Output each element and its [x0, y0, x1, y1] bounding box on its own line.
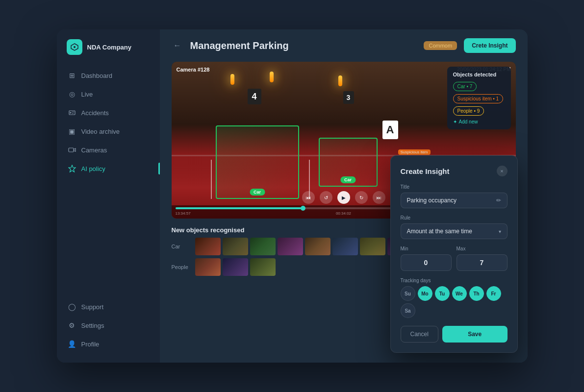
- dashboard-icon: ⊞: [68, 71, 76, 80]
- day-btn-sa[interactable]: Sa: [401, 303, 415, 318]
- sidebar-bottom: ◯ Support ⚙ Settings 👤 Profile: [57, 298, 160, 353]
- rule-field: Rule Amount at the same time ▾: [401, 215, 508, 239]
- day-btn-tu[interactable]: Tu: [435, 286, 450, 301]
- camera-tag: Camera #128: [177, 67, 210, 73]
- thumbnail-7: [360, 238, 385, 255]
- rewind-button[interactable]: ↺: [320, 191, 332, 204]
- sidebar-item-dashboard[interactable]: ⊞ Dashboard: [62, 67, 155, 84]
- play-button[interactable]: ▶: [337, 191, 350, 204]
- object-type-people: People: [172, 264, 191, 270]
- create-insight-modal: Create Insight × Title Parking occupancy…: [390, 155, 518, 353]
- timeline-thumb: [301, 206, 305, 211]
- sidebar-item-ai-policy[interactable]: AI policy: [62, 160, 155, 177]
- object-type-car: Car: [172, 244, 191, 249]
- min-input[interactable]: 0: [401, 254, 452, 271]
- title-input[interactable]: Parking occupancy ✏: [401, 193, 508, 208]
- rule-select[interactable]: Amount at the same time ▾: [401, 223, 508, 239]
- ceiling-light-1: [230, 74, 234, 85]
- skip-forward-button[interactable]: ⏭: [373, 191, 385, 204]
- create-insight-button[interactable]: Crete Insight: [464, 38, 515, 53]
- rule-label: Rule: [401, 215, 508, 220]
- close-icon: ×: [500, 168, 503, 174]
- thumbnail-p1: [195, 258, 221, 276]
- objects-detected-panel: Objects detected Car • 7 Suspicious item…: [447, 67, 511, 129]
- page-title: Management Parking: [190, 40, 417, 51]
- add-new-button[interactable]: ✦ Add new: [453, 119, 505, 124]
- sidebar-label-dashboard: Dashboard: [81, 72, 113, 79]
- modal-title: Create Insight: [401, 167, 450, 175]
- sidebar-label-settings: Settings: [81, 322, 104, 329]
- min-field: Min 0: [401, 246, 452, 271]
- cameras-icon: [68, 146, 76, 154]
- settings-icon: ⚙: [68, 321, 76, 330]
- sidebar-item-video-archive[interactable]: ▣ Video archive: [62, 122, 155, 140]
- day-btn-su[interactable]: Su: [401, 286, 415, 301]
- svg-point-3: [70, 112, 71, 114]
- max-input[interactable]: 7: [457, 254, 508, 271]
- sidebar-label-support: Support: [81, 303, 104, 311]
- max-label: Max: [457, 246, 508, 251]
- sidebar: NDA Company ⊞ Dashboard ◎ Live: [57, 29, 160, 363]
- car-box-1: Car: [216, 125, 299, 199]
- day-btn-th[interactable]: Th: [469, 286, 484, 301]
- save-button[interactable]: Save: [442, 326, 508, 343]
- top-bar: ← Management Parking Commom Crete Insigh…: [160, 29, 528, 62]
- car-label-2: Car: [340, 176, 355, 183]
- max-field: Max 7: [457, 246, 508, 271]
- ceiling-light-2: [270, 72, 274, 82]
- sidebar-item-cameras[interactable]: Cameras: [62, 141, 155, 159]
- sidebar-item-live[interactable]: ◎ Live: [62, 85, 155, 103]
- commom-badge: Commom: [424, 41, 457, 50]
- parking-number-4: 4: [248, 89, 261, 104]
- support-icon: ◯: [68, 302, 76, 311]
- sidebar-label-cameras: Cameras: [81, 147, 107, 154]
- forward-button[interactable]: ↻: [355, 191, 368, 204]
- chevron-down-icon: ▾: [499, 229, 501, 234]
- modal-close-button[interactable]: ×: [497, 166, 508, 176]
- logo-icon: [67, 39, 82, 55]
- title-label: Title: [401, 184, 508, 190]
- timeline-current: 13:34:57: [176, 211, 191, 216]
- svg-point-1: [74, 46, 76, 48]
- parking-letter-a: A: [382, 121, 398, 139]
- sidebar-item-accidents[interactable]: Accidents: [62, 104, 155, 122]
- tag-people: People • 9: [453, 106, 484, 116]
- car-thumbnails: [195, 238, 413, 255]
- modal-actions: Cancel Save: [401, 326, 508, 343]
- sidebar-nav: ⊞ Dashboard ◎ Live Accidents: [57, 67, 160, 298]
- day-btn-mo[interactable]: Mo: [418, 286, 432, 301]
- sidebar-item-support[interactable]: ◯ Support: [62, 298, 155, 316]
- timeline-progress: [176, 207, 304, 209]
- thumbnail-4: [278, 238, 303, 255]
- sidebar-item-profile[interactable]: 👤 Profile: [62, 335, 155, 353]
- objects-detected-title: Objects detected: [453, 72, 505, 77]
- skip-back-button[interactable]: ⏮: [302, 191, 315, 204]
- company-name: NDA Company: [87, 44, 132, 51]
- thumbnail-1: [195, 238, 221, 255]
- profile-icon: 👤: [68, 340, 76, 348]
- thumbnail-2: [223, 238, 248, 255]
- days-row: SuMoTuWeThFrSa: [401, 286, 508, 318]
- thumbnail-3: [250, 238, 276, 255]
- min-label: Min: [401, 246, 452, 251]
- day-btn-fr[interactable]: Fr: [486, 286, 501, 301]
- rule-value: Amount at the same time: [407, 228, 472, 235]
- svg-rect-4: [72, 112, 74, 112]
- thumbnail-5: [305, 238, 330, 255]
- sidebar-item-settings[interactable]: ⚙ Settings: [62, 317, 155, 334]
- accidents-icon: [68, 108, 76, 117]
- title-value: Parking occupancy: [407, 197, 457, 204]
- min-max-row: Min 0 Max 7: [401, 246, 508, 271]
- min-max-field: Min 0 Max 7: [401, 246, 508, 271]
- cancel-button[interactable]: Cancel: [401, 326, 438, 343]
- back-button[interactable]: ←: [172, 39, 183, 52]
- parking-line-1: [211, 160, 212, 199]
- day-btn-we[interactable]: We: [452, 286, 467, 301]
- thumbnail-p3: [250, 258, 276, 276]
- tag-suspicious: Suspicious item • 1: [453, 94, 504, 103]
- car-box-bg-1: [217, 126, 298, 198]
- sidebar-label-accidents: Accidents: [81, 109, 109, 117]
- svg-rect-5: [72, 113, 74, 114]
- modal-header: Create Insight ×: [401, 166, 508, 176]
- title-field: Title Parking occupancy ✏: [401, 184, 508, 208]
